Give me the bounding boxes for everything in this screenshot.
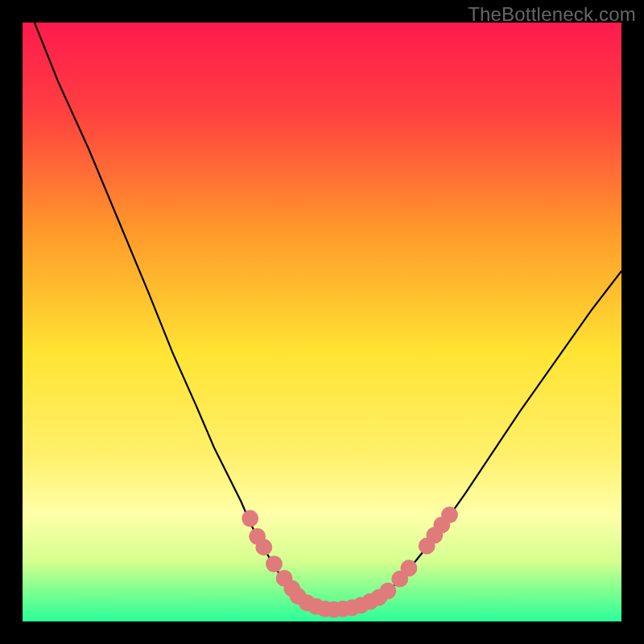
plot-area (23, 23, 621, 621)
chart-svg (23, 23, 621, 621)
watermark-text: TheBottleneck.com (468, 3, 636, 26)
data-marker (266, 555, 283, 572)
outer-frame: TheBottleneck.com (0, 0, 644, 644)
data-marker (400, 559, 417, 576)
data-marker (379, 583, 396, 600)
data-marker (441, 506, 458, 523)
data-marker (242, 510, 258, 527)
gradient-background (23, 23, 621, 621)
data-marker (255, 539, 272, 555)
